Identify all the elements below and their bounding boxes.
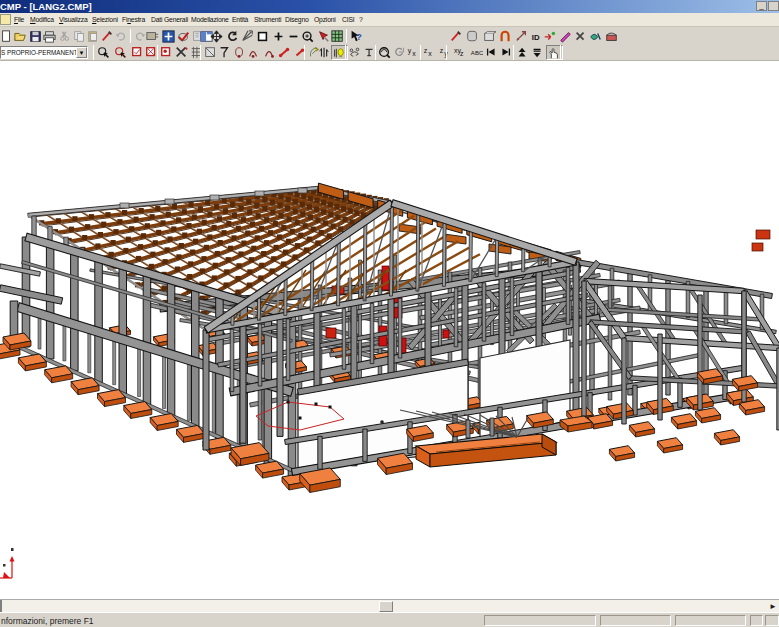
svg-text:y: y [408,47,412,55]
svg-text:ID: ID [532,33,540,42]
svg-text:x: x [412,50,416,57]
svg-text:x: x [428,50,432,57]
svg-text:z: z [424,47,428,54]
svg-text:ABC: ABC [471,50,483,56]
svg-text:z: z [460,50,464,57]
svg-text:?: ? [356,31,362,42]
svg-text:z: z [440,47,444,54]
